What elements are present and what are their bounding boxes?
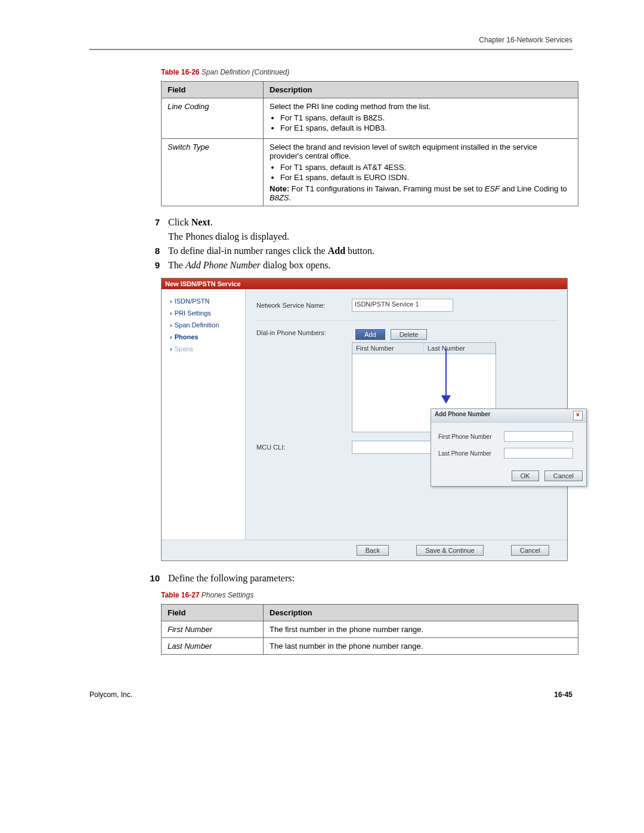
step-8: 8 To define dial-in number ranges click … <box>143 246 572 256</box>
table-row: Switch Type Select the brand and revisio… <box>162 139 578 206</box>
sidebar-item-phones[interactable]: ›Phones <box>162 331 245 343</box>
sidebar-label: PRI Settings <box>175 309 211 317</box>
note-text2: and Line Coding to <box>500 184 567 193</box>
wizard-sidebar: ›ISDN/PSTN ›PRI Settings ›Span Definitio… <box>162 289 246 540</box>
cell-last-number-desc: The last number in the phone number rang… <box>264 638 578 655</box>
last-phone-input[interactable] <box>504 448 573 459</box>
note-b8zs: B8ZS <box>270 193 289 202</box>
th-description: Description <box>264 82 578 98</box>
back-button[interactable]: Back <box>357 545 389 556</box>
step-7-pre: Click <box>168 217 191 227</box>
chevron-icon: › <box>170 345 172 352</box>
phones-dialog-screenshot: New ISDN/PSTN Service ›ISDN/PSTN ›PRI Se… <box>161 278 568 561</box>
table-27-number: Table 16-27 <box>161 591 199 599</box>
footer-company: Polycom, Inc. <box>89 690 132 699</box>
table-row: First Number The first number in the pho… <box>162 621 578 638</box>
note-esf: ESF <box>485 184 500 193</box>
sidebar-item-isdn[interactable]: ›ISDN/PSTN <box>162 295 245 307</box>
mcu-cli-input[interactable] <box>352 441 435 454</box>
step-8-bold: Add <box>328 246 345 256</box>
footer-page-number: 16-45 <box>554 690 572 699</box>
cancel-wizard-button[interactable]: Cancel <box>511 545 549 556</box>
wizard-footer: Back Save & Continue Cancel <box>162 540 567 561</box>
delete-button[interactable]: Delete <box>391 329 428 340</box>
sidebar-label: Spans <box>175 345 193 352</box>
dialog-main: Network Service Name: ISDN/PSTN Service … <box>246 289 567 540</box>
step-8-post: button. <box>345 246 374 256</box>
step-number: 10 <box>143 573 160 584</box>
step-7-post: . <box>210 217 213 227</box>
sidebar-label: ISDN/PSTN <box>175 298 210 305</box>
line-coding-bullet-e1: For E1 spans, default is HDB3. <box>280 123 572 132</box>
step-9-pre: The <box>168 260 185 270</box>
step-10: 10 Define the following parameters: <box>143 573 572 584</box>
add-phone-dialog-title: Add Phone Number <box>435 411 490 420</box>
separator <box>256 320 556 321</box>
table-26-caption: Table 16-26 Span Definition (Continued) <box>161 68 572 76</box>
network-service-name-label: Network Service Name: <box>256 302 352 309</box>
table-27-caption: Table 16-27 Phones Settings <box>161 591 572 599</box>
table-phones-settings: Field Description First Number The first… <box>161 604 578 655</box>
table-row: Last Number The last number in the phone… <box>162 638 578 655</box>
step-7b-post: dialog is displayed. <box>213 231 289 241</box>
cell-last-number-field: Last Number <box>162 638 264 655</box>
close-icon[interactable]: × <box>573 411 583 420</box>
sidebar-item-pri[interactable]: ›PRI Settings <box>162 307 245 319</box>
save-continue-button[interactable]: Save & Continue <box>416 545 484 556</box>
first-phone-label: First Phone Number <box>438 433 504 440</box>
page-footer: Polycom, Inc. 16-45 <box>89 690 572 699</box>
note-text1: For T1 configurations in Taiwan, Framing… <box>289 184 485 193</box>
mcu-cli-label: MCU CLI: <box>256 444 352 451</box>
table-26-number: Table 16-26 <box>161 68 199 76</box>
add-button[interactable]: Add <box>355 329 385 340</box>
line-coding-bullet-t1: For T1 spans, default is B8ZS. <box>280 113 572 122</box>
cell-switch-type-field: Switch Type <box>162 139 264 206</box>
step-9-italic: Add Phone Number <box>185 260 261 270</box>
switch-type-intro: Select the brand and revision level of s… <box>270 143 537 160</box>
cell-line-coding-field: Line Coding <box>162 98 264 139</box>
step-8-pre: To define dial-in number ranges click th… <box>168 246 328 256</box>
add-phone-number-dialog: Add Phone Number × First Phone Number La… <box>431 408 587 487</box>
network-service-name-input[interactable]: ISDN/PSTN Service 1 <box>352 299 453 312</box>
step-7-sub: The Phones dialog is displayed. <box>168 231 572 242</box>
table-26-title: Span Definition (Continued) <box>199 68 289 76</box>
switch-type-bullet-t1: For T1 spans, default is AT&T 4ESS. <box>280 163 572 172</box>
table-row: Line Coding Select the PRI line coding m… <box>162 98 578 139</box>
callout-arrow-icon <box>445 349 447 402</box>
table-span-definition: Field Description Line Coding Select the… <box>161 81 578 206</box>
switch-type-bullet-e1: For E1 spans, default is EURO ISDN. <box>280 173 572 182</box>
table-27-title: Phones Settings <box>199 591 253 599</box>
header-rule <box>89 49 572 50</box>
last-phone-label: Last Phone Number <box>438 450 504 457</box>
dialin-phone-label: Dial-in Phone Numbers: <box>256 329 352 336</box>
note-end: . <box>289 193 292 202</box>
first-phone-input[interactable] <box>504 431 573 442</box>
step-number: 7 <box>143 217 160 228</box>
sidebar-item-spans: ›Spans <box>162 343 245 355</box>
switch-type-note: Note: For T1 configurations in Taiwan, F… <box>270 184 572 202</box>
ok-button[interactable]: OK <box>512 470 539 481</box>
cancel-button[interactable]: Cancel <box>544 470 583 481</box>
step-7b-italic: Phones <box>185 231 213 241</box>
cell-switch-type-desc: Select the brand and revision level of s… <box>264 139 578 206</box>
step-number: 9 <box>143 260 160 271</box>
chapter-header: Chapter 16-Network Services <box>89 36 572 44</box>
step-9-post: dialog box opens. <box>261 260 330 270</box>
chevron-icon: › <box>170 309 172 317</box>
step-7b-pre: The <box>168 231 185 241</box>
chevron-icon: › <box>170 321 172 329</box>
step-9: 9 The Add Phone Number dialog box opens. <box>143 260 572 271</box>
th-field: Field <box>162 605 264 621</box>
th-last-number: Last Number <box>424 343 496 354</box>
cell-first-number-desc: The first number in the phone number ran… <box>264 621 578 638</box>
sidebar-item-span[interactable]: ›Span Definition <box>162 319 245 331</box>
phone-table-header: First Number Last Number <box>352 342 496 354</box>
cell-line-coding-desc: Select the PRI line coding method from t… <box>264 98 578 139</box>
step-number: 8 <box>143 246 160 256</box>
th-first-number: First Number <box>352 343 424 354</box>
chevron-icon: › <box>170 333 172 340</box>
sidebar-label: Span Definition <box>175 321 219 329</box>
note-label: Note: <box>270 184 289 193</box>
th-description: Description <box>264 605 578 621</box>
step-10-text: Define the following parameters: <box>168 573 572 584</box>
